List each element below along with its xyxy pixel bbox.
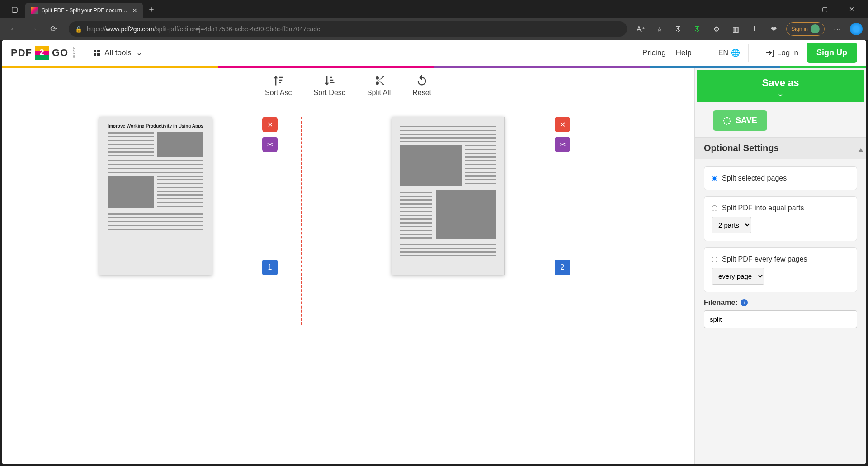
split-all-button[interactable]: Split All <box>367 74 391 97</box>
all-tools-label: All tools <box>104 48 132 57</box>
page-thumbnail[interactable] <box>392 117 505 275</box>
tool-label: Reset <box>412 89 431 97</box>
browser-signin-button[interactable]: Sign in <box>786 22 825 36</box>
scroll-up-icon[interactable] <box>858 148 863 152</box>
sort-desc-button[interactable]: Sort Desc <box>314 74 345 97</box>
thumb-title: Improve Working Productivity in Using Ap… <box>108 124 203 128</box>
all-tools-menu[interactable]: All tools ⌄ <box>94 48 142 57</box>
radio-split-every[interactable] <box>712 257 717 262</box>
option-split-every[interactable]: Split PDF every few pages every page <box>704 247 857 292</box>
cut-page-button[interactable]: ✂ <box>262 137 278 152</box>
close-tab-icon[interactable]: ✕ <box>132 7 137 14</box>
chevron-down-icon: ⌄ <box>697 89 864 98</box>
lang-label: EN <box>718 49 728 57</box>
pricing-link[interactable]: Pricing <box>642 48 666 57</box>
refresh-button[interactable]: ⟳ <box>45 21 61 37</box>
adblock-icon[interactable]: ⛨ <box>691 23 704 35</box>
logo-icon <box>35 46 49 60</box>
radio-split-equal[interactable] <box>712 205 717 211</box>
login-link[interactable]: ➜] Log In <box>766 48 798 57</box>
cut-page-button[interactable]: ✂ <box>555 137 570 152</box>
language-selector[interactable]: EN 🌐 <box>718 48 740 57</box>
divider <box>710 44 710 62</box>
save-as-label: Save as <box>697 77 864 89</box>
page-number-badge: 2 <box>555 260 570 275</box>
save-label: SAVE <box>736 116 757 125</box>
page-content: PDF GO .com All tools ⌄ Pricing Help EN … <box>2 40 866 464</box>
save-button[interactable]: SAVE <box>713 110 767 131</box>
tab-overview-button[interactable]: ▢ <box>4 0 25 18</box>
bing-chat-icon[interactable] <box>850 23 863 35</box>
tab-favicon <box>31 7 38 14</box>
signup-button[interactable]: Sign Up <box>807 43 857 63</box>
page-slot[interactable]: ✕ ✂ 2 <box>312 117 584 275</box>
performance-icon[interactable]: ❤ <box>767 23 780 35</box>
page-thumbnail[interactable]: Improve Working Productivity in Using Ap… <box>99 117 212 275</box>
site-logo[interactable]: PDF GO .com <box>11 46 77 60</box>
filename-label: Filename: i <box>704 299 857 307</box>
option-label: Split selected pages <box>722 174 787 182</box>
parts-select[interactable]: 2 parts <box>712 217 751 233</box>
extensions-icon[interactable]: ⚙ <box>710 23 723 35</box>
help-link[interactable]: Help <box>676 48 692 57</box>
close-window-button[interactable]: ✕ <box>843 5 861 13</box>
downloads-icon[interactable]: ⭳ <box>748 23 761 35</box>
url-text: https://www.pdf2go.com/split-pdf/editor#… <box>87 25 320 33</box>
avatar-icon <box>811 24 820 33</box>
option-label: Split PDF every few pages <box>722 255 807 263</box>
delete-page-button[interactable]: ✕ <box>555 117 570 132</box>
sort-asc-icon <box>272 74 285 87</box>
option-label: Split PDF into equal parts <box>722 204 804 212</box>
info-icon[interactable]: i <box>741 299 748 306</box>
tool-label: Split All <box>367 89 391 97</box>
more-icon[interactable]: ⋯ <box>831 23 844 35</box>
grid-icon <box>94 50 100 56</box>
reset-icon <box>415 74 428 87</box>
radio-split-selected[interactable] <box>712 176 717 181</box>
delete-page-button[interactable]: ✕ <box>262 117 278 132</box>
tool-label: Sort Asc <box>265 89 292 97</box>
save-as-dropdown[interactable]: Save as ⌄ <box>697 70 864 102</box>
browser-tab[interactable]: Split PDF - Split your PDF docum… ✕ <box>25 3 143 18</box>
page-slot[interactable]: Improve Working Productivity in Using Ap… <box>20 117 291 275</box>
editor-toolbar: Sort Asc Sort Desc Split All Reset <box>2 68 694 103</box>
browser-tab-strip: ▢ Split PDF - Split your PDF docum… ✕ ＋ … <box>0 0 868 18</box>
collections-icon[interactable]: ▥ <box>729 23 742 35</box>
logo-com: .com <box>72 47 77 59</box>
every-select[interactable]: every page <box>712 268 764 285</box>
maximize-button[interactable]: ▢ <box>816 5 834 13</box>
divider <box>85 44 85 62</box>
login-label: Log In <box>777 48 798 57</box>
pages-area: Improve Working Productivity in Using Ap… <box>2 103 694 464</box>
chevron-down-icon: ⌄ <box>136 48 142 57</box>
minimize-button[interactable]: — <box>788 5 807 13</box>
filename-input[interactable] <box>704 310 857 328</box>
favorite-icon[interactable]: ☆ <box>653 23 666 35</box>
new-tab-button[interactable]: ＋ <box>147 4 156 14</box>
option-split-equal[interactable]: Split PDF into equal parts 2 parts <box>704 196 857 241</box>
sort-asc-button[interactable]: Sort Asc <box>265 74 292 97</box>
forward-button[interactable]: → <box>25 21 42 37</box>
page-number-badge: 1 <box>262 260 278 275</box>
read-aloud-icon[interactable]: A⁺ <box>634 23 647 35</box>
signin-label: Sign in <box>791 26 808 32</box>
login-icon: ➜] <box>766 48 774 57</box>
browser-address-bar: ← → ⟳ 🔒 https://www.pdf2go.com/split-pdf… <box>0 18 868 40</box>
sort-desc-icon <box>323 74 336 87</box>
window-controls: — ▢ ✕ <box>788 5 864 13</box>
spinner-icon <box>723 117 731 125</box>
globe-icon: 🌐 <box>731 48 740 57</box>
settings-sidebar: Save as ⌄ SAVE Optional Settings Split s… <box>694 68 866 464</box>
site-header: PDF GO .com All tools ⌄ Pricing Help EN … <box>2 40 866 66</box>
split-marker[interactable] <box>301 117 302 325</box>
divider <box>748 44 749 62</box>
back-button[interactable]: ← <box>5 21 22 37</box>
url-input[interactable]: 🔒 https://www.pdf2go.com/split-pdf/edito… <box>69 21 627 37</box>
reset-button[interactable]: Reset <box>412 74 431 97</box>
option-split-selected[interactable]: Split selected pages <box>704 166 857 190</box>
tool-label: Sort Desc <box>314 89 345 97</box>
tab-title: Split PDF - Split your PDF docum… <box>42 7 128 14</box>
optional-settings-header: Optional Settings <box>695 137 866 159</box>
lock-icon: 🔒 <box>75 26 82 33</box>
shield-icon[interactable]: ⛨ <box>672 23 685 35</box>
